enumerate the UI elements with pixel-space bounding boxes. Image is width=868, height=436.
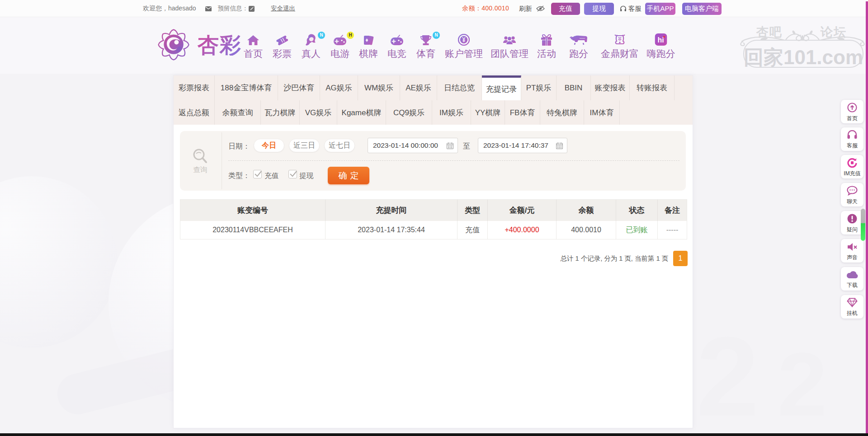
svg-text:hi: hi [657, 36, 664, 44]
